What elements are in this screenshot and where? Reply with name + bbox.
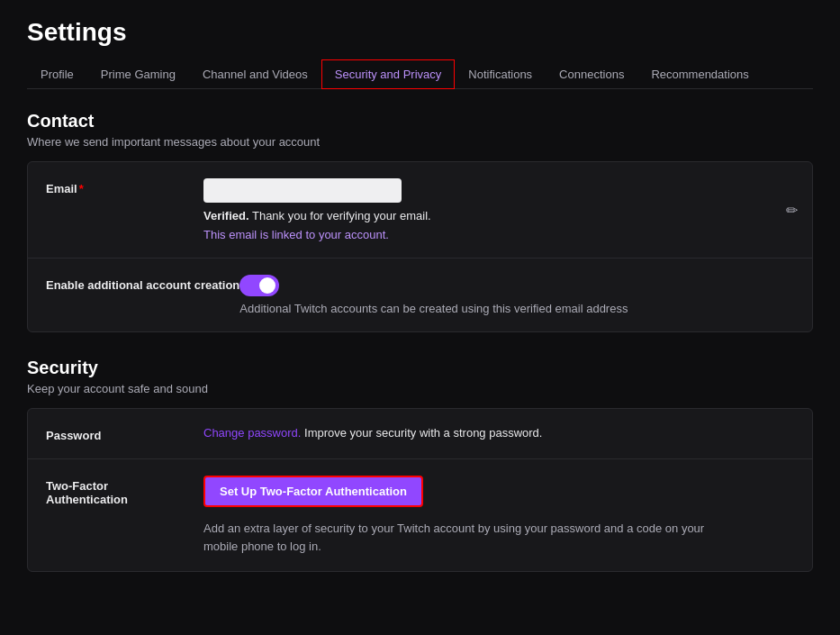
email-field[interactable] [203,178,402,203]
email-verified-text: Verified. Thank you for verifying your e… [203,208,794,222]
required-dot: * [79,182,84,195]
security-section-title: Security [27,358,813,378]
account-creation-toggle[interactable] [239,275,279,296]
tab-channel-and-videos[interactable]: Channel and Videos [189,59,321,89]
contact-card: Email* Verified. Thank you for verifying… [27,161,813,332]
page-title: Settings [27,18,813,47]
password-row: Password Change password. Improve your s… [28,409,812,459]
security-section-subtitle: Keep your account safe and sound [27,382,813,395]
email-linked-text: This email is linked to your account. [203,228,794,241]
two-factor-label: Two-Factor Authentication [46,476,203,506]
account-creation-row: Enable additional account creation Addit… [28,259,812,331]
security-card: Password Change password. Improve your s… [27,408,813,572]
tab-notifications[interactable]: Notifications [455,59,546,89]
nav-tabs: Profile Prime Gaming Channel and Videos … [27,59,813,89]
email-row: Email* Verified. Thank you for verifying… [28,162,812,259]
password-row-content: Change password. Improve your security w… [203,425,794,440]
toggle-wrapper [239,275,794,296]
password-description: Change password. Improve your security w… [203,425,794,440]
two-factor-row: Two-Factor Authentication Set Up Two-Fac… [28,459,812,571]
tab-security-and-privacy[interactable]: Security and Privacy [321,59,456,89]
two-factor-setup-button[interactable]: Set Up Two-Factor Authentication [203,476,423,507]
account-creation-description: Additional Twitch accounts can be create… [239,302,794,315]
email-edit-button[interactable]: ✏ [786,202,798,219]
account-creation-label: Enable additional account creation [46,275,239,292]
change-password-link[interactable]: Change password. [203,426,301,440]
tab-recommendations[interactable]: Recommendations [637,59,762,89]
two-factor-description: Add an extra layer of security to your T… [203,520,726,555]
password-label: Password [46,425,203,442]
contact-section-title: Contact [27,111,813,132]
email-row-content: Verified. Thank you for verifying your e… [203,178,794,241]
email-label: Email* [46,178,203,195]
account-creation-content: Additional Twitch accounts can be create… [239,275,794,315]
two-factor-button-wrapper: Set Up Two-Factor Authentication [203,476,794,514]
tab-prime-gaming[interactable]: Prime Gaming [87,59,189,89]
password-desc: Improve your security with a strong pass… [301,426,542,440]
edit-icon: ✏ [786,203,798,218]
contact-section-subtitle: Where we send important messages about y… [27,135,813,149]
tab-profile[interactable]: Profile [27,59,87,89]
tab-connections[interactable]: Connections [546,59,637,89]
toggle-slider [239,275,279,296]
two-factor-content: Set Up Two-Factor Authentication Add an … [203,476,794,555]
email-input-wrapper [203,178,794,203]
page-wrapper: Settings Profile Prime Gaming Channel an… [0,0,840,615]
